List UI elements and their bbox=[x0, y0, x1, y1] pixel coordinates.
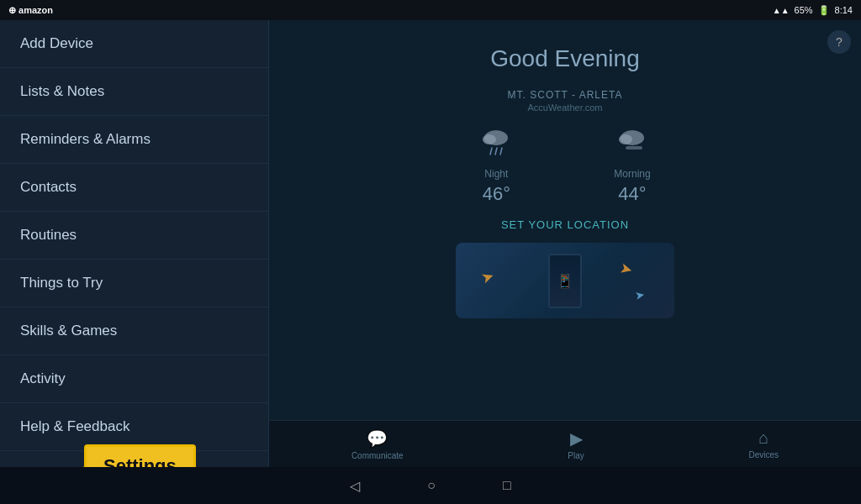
weather-section: MT. SCOTT - ARLETA AccuWeather.com bbox=[269, 89, 861, 420]
greeting-text: Good Evening bbox=[269, 45, 861, 72]
communicate-label: Communicate bbox=[351, 451, 404, 460]
morning-temp: 44° bbox=[618, 183, 646, 205]
svg-point-1 bbox=[483, 134, 496, 144]
sidebar-item-lists-notes[interactable]: Lists & Notes bbox=[0, 68, 268, 116]
morning-label: Morning bbox=[614, 168, 650, 180]
sidebar-item-settings[interactable]: Settings Settings bbox=[0, 451, 268, 467]
battery-percent: 65% bbox=[795, 5, 813, 15]
weather-card-night: Night 46° bbox=[479, 126, 513, 205]
android-recent-button[interactable]: □ bbox=[503, 478, 511, 493]
sidebar-item-skills-games[interactable]: Skills & Games bbox=[0, 307, 268, 355]
battery-icon: 🔋 bbox=[818, 5, 830, 16]
weather-cards: Night 46° Morning 44° bbox=[479, 126, 650, 205]
main-area: Add Device Lists & Notes Reminders & Ala… bbox=[0, 20, 861, 467]
amazon-logo: ⊕ amazon bbox=[8, 5, 53, 16]
main-content: ? Good Evening MT. SCOTT - ARLETA AccuWe… bbox=[269, 20, 861, 467]
set-location-button[interactable]: SET YOUR LOCATION bbox=[501, 218, 629, 231]
play-icon: ▶ bbox=[570, 428, 583, 449]
paper-plane-right2-icon: ➤ bbox=[634, 287, 647, 302]
night-temp: 46° bbox=[483, 183, 510, 205]
promo-card: ➤ 📱 ➤ ➤ bbox=[456, 243, 674, 318]
sidebar-item-contacts[interactable]: Contacts bbox=[0, 164, 268, 212]
phone-graphic: 📱 bbox=[548, 254, 582, 308]
settings-callout: Settings bbox=[84, 444, 196, 467]
svg-point-6 bbox=[619, 134, 632, 144]
sidebar-item-add-device[interactable]: Add Device bbox=[0, 20, 268, 68]
android-nav-bar: ◁ ○ □ bbox=[0, 467, 861, 504]
sidebar: Add Device Lists & Notes Reminders & Ala… bbox=[0, 20, 269, 467]
svg-line-2 bbox=[490, 148, 492, 155]
communicate-icon: 💬 bbox=[367, 428, 388, 449]
status-right: ▲▲ 65% 🔋 8:14 bbox=[773, 5, 853, 16]
help-button[interactable]: ? bbox=[827, 30, 851, 54]
sidebar-item-things-to-try[interactable]: Things to Try bbox=[0, 260, 268, 307]
svg-rect-7 bbox=[626, 146, 642, 150]
play-label: Play bbox=[568, 451, 584, 460]
weather-source: AccuWeather.com bbox=[527, 102, 602, 113]
bottom-nav: 💬 Communicate ▶ Play ⌂ Devices bbox=[269, 420, 861, 467]
status-bar: ⊕ amazon ▲▲ 65% 🔋 8:14 bbox=[0, 0, 861, 20]
cloud-icon-morning bbox=[615, 126, 649, 163]
sidebar-item-routines[interactable]: Routines bbox=[0, 212, 268, 260]
nav-devices[interactable]: ⌂ Devices bbox=[732, 425, 796, 463]
android-back-button[interactable]: ◁ bbox=[350, 478, 360, 494]
time-display: 8:14 bbox=[835, 5, 853, 15]
weather-location: MT. SCOTT - ARLETA bbox=[508, 89, 623, 101]
nav-communicate[interactable]: 💬 Communicate bbox=[335, 425, 420, 464]
nav-play[interactable]: ▶ Play bbox=[551, 425, 600, 464]
sidebar-item-activity[interactable]: Activity bbox=[0, 355, 268, 403]
paper-plane-left-icon: ➤ bbox=[478, 266, 497, 288]
status-left: ⊕ amazon bbox=[8, 5, 53, 16]
sidebar-item-reminders-alarms[interactable]: Reminders & Alarms bbox=[0, 116, 268, 164]
devices-icon: ⌂ bbox=[758, 428, 769, 448]
paper-plane-right-icon: ➤ bbox=[617, 258, 634, 279]
devices-label: Devices bbox=[749, 450, 779, 459]
svg-line-4 bbox=[500, 148, 502, 155]
wifi-icon: ▲▲ bbox=[773, 6, 790, 15]
android-home-button[interactable]: ○ bbox=[427, 478, 436, 493]
svg-line-3 bbox=[495, 148, 497, 155]
weather-card-morning: Morning 44° bbox=[614, 126, 650, 205]
cloud-rain-icon-night bbox=[479, 126, 513, 163]
night-label: Night bbox=[484, 168, 508, 180]
